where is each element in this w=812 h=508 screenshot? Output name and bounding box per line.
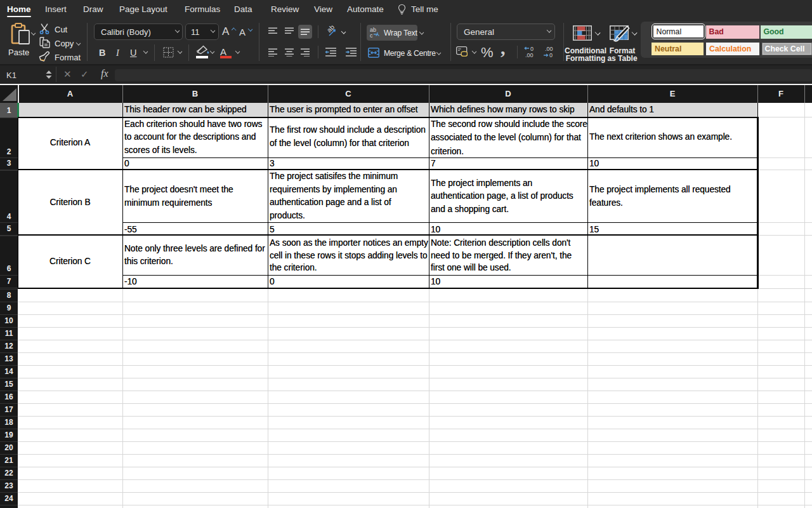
svg-text:ab: ab xyxy=(325,25,336,34)
svg-text:0: 0 xyxy=(549,52,553,58)
svg-text:.00: .00 xyxy=(545,46,553,52)
svg-text:c: c xyxy=(370,32,373,38)
svg-text:.00: .00 xyxy=(525,52,534,58)
svg-text:0: 0 xyxy=(530,46,534,52)
